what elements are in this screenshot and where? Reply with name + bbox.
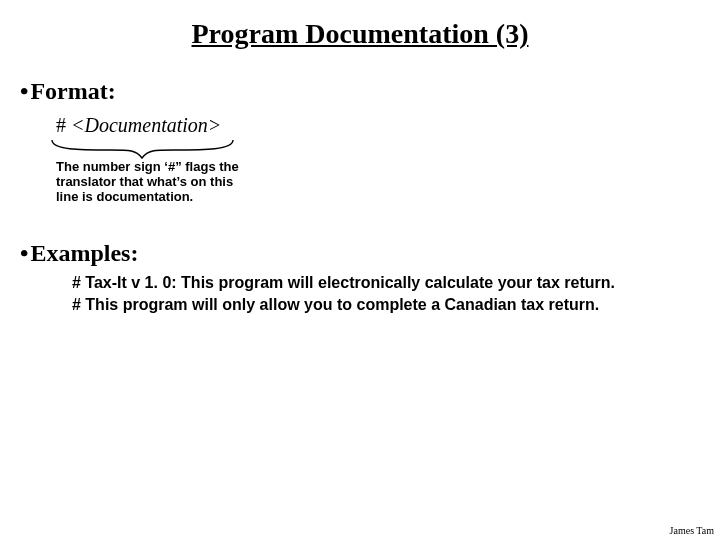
bullet-examples: •Examples: xyxy=(20,240,138,267)
curly-brace-icon xyxy=(50,136,235,160)
slide: Program Documentation (3) •Format: # <Do… xyxy=(0,0,720,540)
code-hash: # xyxy=(56,114,66,136)
code-doc-placeholder: <Documentation> xyxy=(71,114,221,136)
bullet-dot-icon: • xyxy=(20,78,28,105)
bullet-dot-icon: • xyxy=(20,240,28,267)
page-title: Program Documentation (3) xyxy=(0,18,720,50)
bullet-format-label: Format: xyxy=(30,78,115,104)
example-line-1: # Tax-It v 1. 0: This program will elect… xyxy=(72,272,615,294)
callout-text: The number sign ‘#” flags the translator… xyxy=(56,160,256,205)
code-format-line: # <Documentation> xyxy=(56,114,221,137)
example-line-2: # This program will only allow you to co… xyxy=(72,294,615,316)
footer-author: James Tam xyxy=(670,525,714,536)
example-lines: # Tax-It v 1. 0: This program will elect… xyxy=(72,272,615,315)
bullet-format: •Format: xyxy=(20,78,116,105)
bullet-examples-label: Examples: xyxy=(30,240,138,266)
